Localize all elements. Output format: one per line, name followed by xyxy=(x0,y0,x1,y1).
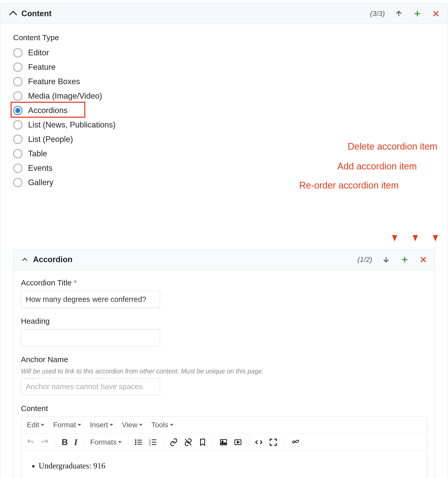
annotations-overlay: Delete accordion item Add accordion item… xyxy=(13,190,435,244)
svg-marker-22 xyxy=(237,441,239,443)
radio-label: List (People) xyxy=(28,135,73,144)
annotation-add: Add accordion item xyxy=(337,161,417,172)
radio-label: Table xyxy=(28,149,47,158)
radio-icon xyxy=(13,120,22,130)
anchor-name-label: Anchor Name xyxy=(21,355,427,364)
chevron-down-icon xyxy=(110,424,113,426)
unlink-button[interactable] xyxy=(184,438,192,446)
svg-marker-5 xyxy=(392,235,397,241)
radio-label: Editor xyxy=(28,48,49,57)
radio-option[interactable]: Feature Boxes xyxy=(13,74,435,89)
svg-point-10 xyxy=(135,443,136,445)
accordion-panel-header: Accordion (1/2) xyxy=(13,250,435,269)
formats-dropdown[interactable]: Formats xyxy=(90,438,122,446)
svg-rect-17 xyxy=(152,444,156,445)
radio-icon xyxy=(13,106,22,115)
radio-icon xyxy=(13,135,22,144)
radio-icon xyxy=(13,48,22,57)
annotation-delete: Delete accordion item xyxy=(348,141,437,152)
italic-button[interactable]: I xyxy=(74,437,78,447)
radio-icon xyxy=(13,63,22,72)
radio-label: Media (Image/Video) xyxy=(28,91,102,101)
radio-label: List (News, Publications) xyxy=(28,120,115,130)
chevron-down-icon xyxy=(170,424,173,426)
infinity-button[interactable] xyxy=(290,439,300,445)
content-panel: Content (3/3) Content Type EditorFeature… xyxy=(0,3,448,478)
content-field-label: Content xyxy=(21,404,427,413)
bold-button[interactable]: B xyxy=(62,437,68,447)
radio-icon xyxy=(13,164,22,173)
heading-input[interactable] xyxy=(21,329,160,346)
radio-icon xyxy=(13,77,22,86)
image-button[interactable] xyxy=(219,438,228,446)
source-code-button[interactable] xyxy=(255,438,263,446)
accordion-panel: Accordion (1/2) xyxy=(13,250,435,478)
heading-label: Heading xyxy=(21,317,427,326)
radio-icon xyxy=(13,178,22,187)
svg-text:3: 3 xyxy=(149,443,151,446)
svg-rect-13 xyxy=(152,439,156,440)
radio-option[interactable]: Accordions xyxy=(13,103,435,118)
svg-marker-3 xyxy=(413,235,418,241)
bookmark-button[interactable] xyxy=(198,438,207,446)
chevron-down-icon xyxy=(139,424,143,426)
add-button[interactable] xyxy=(413,9,422,18)
chevron-down-icon xyxy=(41,424,44,426)
accordion-panel-title: Accordion xyxy=(33,255,72,264)
svg-marker-1 xyxy=(433,235,438,241)
editor-menubar: EditFormatInsertViewTools xyxy=(21,417,427,433)
video-button[interactable] xyxy=(234,438,242,446)
radio-label: Feature xyxy=(28,63,56,72)
svg-point-6 xyxy=(135,439,136,441)
svg-rect-11 xyxy=(137,444,142,445)
radio-label: Feature Boxes xyxy=(28,77,80,86)
svg-point-8 xyxy=(135,441,136,443)
delete-button[interactable] xyxy=(419,255,428,264)
radio-icon xyxy=(13,149,22,158)
svg-rect-9 xyxy=(137,442,142,442)
editor-menu-edit[interactable]: Edit xyxy=(27,421,44,429)
radio-icon xyxy=(13,91,22,101)
collapse-icon[interactable] xyxy=(20,255,29,264)
content-panel-title: Content xyxy=(21,9,52,18)
anchor-name-input[interactable] xyxy=(21,378,160,395)
svg-rect-7 xyxy=(137,440,142,440)
editor-menu-tools[interactable]: Tools xyxy=(151,421,173,429)
annotation-reorder: Re-order accordion item xyxy=(299,180,399,191)
link-button[interactable] xyxy=(170,438,178,446)
editor-menu-format[interactable]: Format xyxy=(53,421,81,429)
editor-toolbar: B I Formats xyxy=(21,433,427,451)
content-type-label: Content Type xyxy=(13,33,435,42)
radio-option[interactable]: List (News, Publications) xyxy=(13,118,435,132)
move-up-button[interactable] xyxy=(394,9,403,18)
content-panel-header: Content (3/3) xyxy=(0,3,448,24)
editor-content-area[interactable]: Undergraduates: 916 xyxy=(21,451,427,478)
content-list-item: Undergraduates: 916 xyxy=(39,461,417,471)
rich-text-editor: EditFormatInsertViewTools xyxy=(21,416,427,478)
accordion-title-label-text: Accordion Title xyxy=(21,278,72,287)
bullet-list-button[interactable] xyxy=(134,438,143,446)
move-down-button[interactable] xyxy=(381,255,391,264)
editor-menu-view[interactable]: View xyxy=(122,421,143,429)
radio-option[interactable]: Feature xyxy=(13,60,435,74)
numbered-list-button[interactable]: 123 xyxy=(149,438,157,446)
radio-option[interactable]: Media (Image/Video) xyxy=(13,89,435,103)
collapse-icon[interactable] xyxy=(9,9,18,18)
redo-button[interactable] xyxy=(41,438,49,446)
undo-button[interactable] xyxy=(26,438,35,446)
radio-option[interactable]: Editor xyxy=(13,46,435,60)
radio-label: Accordions xyxy=(28,106,68,115)
fullscreen-button[interactable] xyxy=(269,438,277,446)
editor-menu-insert[interactable]: Insert xyxy=(90,421,113,429)
radio-label: Events xyxy=(28,164,53,173)
required-star: * xyxy=(74,278,77,287)
delete-button[interactable] xyxy=(431,9,441,18)
content-count-badge: (3/3) xyxy=(370,10,385,18)
accordion-title-input[interactable] xyxy=(21,291,160,308)
add-button[interactable] xyxy=(400,255,409,264)
accordion-count-badge: (1/2) xyxy=(357,255,372,264)
svg-rect-15 xyxy=(152,442,156,442)
chevron-down-icon xyxy=(78,424,81,426)
accordion-title-label: Accordion Title * xyxy=(21,278,427,287)
radio-label: Gallery xyxy=(28,178,53,187)
